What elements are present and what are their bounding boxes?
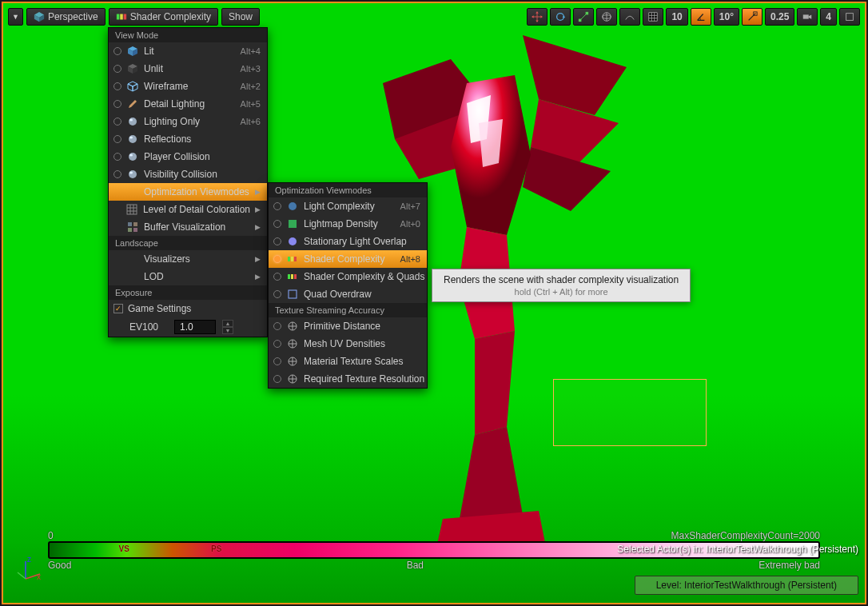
menu-item-visualizers[interactable]: Visualizers▶ <box>109 250 267 268</box>
radio-icon <box>113 118 121 126</box>
viewmode-menu: View Mode LitAlt+4UnlitAlt+3WireframeAlt… <box>108 27 268 337</box>
svg-rect-15 <box>117 14 120 20</box>
camera-speed-button[interactable] <box>797 8 818 26</box>
translate-button[interactable] <box>527 8 547 26</box>
legend-zero: 0 <box>48 530 54 541</box>
menu-item-detail-lighting[interactable]: Detail LightingAlt+5 <box>109 95 267 113</box>
crosshair-icon <box>286 337 299 350</box>
svg-rect-57 <box>289 290 297 298</box>
menu-item-wireframe[interactable]: WireframeAlt+2 <box>109 78 267 95</box>
menu-item-game-settings[interactable]: ✓Game Settings <box>109 300 267 317</box>
gizmo-z: z <box>27 555 31 564</box>
perspective-dropdown[interactable]: Perspective <box>26 8 106 26</box>
menu-item-landscape-lod[interactable]: LOD▶ <box>109 268 267 285</box>
move-icon <box>532 11 543 22</box>
crosshair-icon <box>286 320 299 333</box>
show-dropdown[interactable]: Show <box>221 8 260 26</box>
ev100-spinner[interactable]: ▲▼ <box>222 320 233 334</box>
svg-point-50 <box>289 237 297 245</box>
menu-item-optimization[interactable]: Optimization Viewmodes▶ <box>109 183 267 201</box>
svg-marker-33 <box>128 84 133 91</box>
svg-point-38 <box>129 137 133 139</box>
svg-point-18 <box>557 14 564 21</box>
brush-icon <box>126 98 139 110</box>
radio-icon <box>273 290 281 298</box>
submenu-item-lightmap-density[interactable]: Lightmap DensityAlt+0 <box>269 215 427 233</box>
svg-rect-44 <box>128 222 132 226</box>
submenu-item-stationary-light-overlap[interactable]: Stationary Light Overlap <box>269 233 427 250</box>
menu-item-reflections[interactable]: Reflections <box>109 130 267 148</box>
submenu-item-light-complexity[interactable]: Light ComplexityAlt+7 <box>269 197 427 215</box>
radio-icon <box>273 273 281 281</box>
selection-box <box>553 379 707 446</box>
scale-snap-button[interactable] <box>742 8 762 26</box>
submenu-item-shader-complexity-quads[interactable]: Shader Complexity & Quads <box>269 268 427 285</box>
menu-item-buffer-vis[interactable]: Buffer Visualization▶ <box>109 218 267 236</box>
camera-speed-value[interactable]: 4 <box>820 8 837 26</box>
surface-snap-button[interactable] <box>619 8 640 26</box>
angle-snap-button[interactable] <box>691 8 711 26</box>
svg-marker-34 <box>133 84 137 91</box>
svg-rect-43 <box>127 205 137 214</box>
menu-item-player-collision[interactable]: Player Collision <box>109 148 267 165</box>
submenu-item-shader-complexity[interactable]: Shader ComplexityAlt+8 <box>269 250 427 268</box>
grid-snap-value[interactable]: 10 <box>666 8 687 26</box>
selected-actors-text: Selected Actor(s) in: InteriorTestWalkth… <box>617 544 858 555</box>
viewport-options-dropdown[interactable]: ▼ <box>8 8 23 26</box>
opt-icon <box>286 235 299 248</box>
tooltip-text: Renders the scene with shader complexity… <box>444 274 679 285</box>
radio-icon <box>273 322 281 330</box>
grid-icon <box>647 11 659 22</box>
menu-item-visibility-collision[interactable]: Visibility Collision <box>109 165 267 183</box>
tooltip: Renders the scene with shader complexity… <box>432 269 691 302</box>
scale-snap-value[interactable]: 0.25 <box>765 8 794 26</box>
crosshair-icon <box>286 373 299 385</box>
grid-snap-button[interactable] <box>643 8 663 26</box>
submenu-item-quad-overdraw[interactable]: Quad Overdraw <box>269 285 427 303</box>
sphere-icon <box>126 168 139 181</box>
submenu-item-primitive-distance[interactable]: Primitive Distance <box>269 317 427 335</box>
shader-icon <box>116 11 127 22</box>
ev100-input[interactable]: 1.0 <box>174 320 216 334</box>
svg-marker-32 <box>128 82 137 86</box>
radio-icon <box>273 375 281 383</box>
menu-item-lighting-only[interactable]: Lighting OnlyAlt+6 <box>109 113 267 130</box>
perspective-label: Perspective <box>48 11 98 22</box>
globe-icon <box>601 11 612 22</box>
svg-point-36 <box>129 119 133 122</box>
maximize-button[interactable] <box>839 8 860 26</box>
svg-rect-24 <box>803 14 809 18</box>
svg-rect-54 <box>288 274 290 279</box>
scale-snap-icon <box>747 11 758 22</box>
menu-item-unlit[interactable]: UnlitAlt+3 <box>109 60 267 78</box>
svg-line-64 <box>18 572 26 579</box>
ev100-row: EV100 1.0 ▲▼ <box>109 317 267 337</box>
svg-rect-56 <box>294 274 297 279</box>
scale-button[interactable] <box>573 8 594 26</box>
menu-header-exposure: Exposure <box>109 285 267 300</box>
viewmode-dropdown[interactable]: Shader Complexity <box>109 8 218 26</box>
angle-icon <box>695 11 707 22</box>
svg-point-39 <box>129 153 137 161</box>
svg-point-41 <box>129 170 137 178</box>
svg-point-48 <box>289 202 297 210</box>
radio-icon <box>273 340 281 348</box>
submenu-item-required-texture-resolution[interactable]: Required Texture Resolution <box>269 370 427 388</box>
svg-rect-19 <box>579 19 582 22</box>
submenu-item-material-texture-scales[interactable]: Material Texture Scales <box>269 353 427 370</box>
tooltip-hint: hold (Ctrl + Alt) for more <box>444 287 679 297</box>
show-label: Show <box>229 11 253 22</box>
rotate-icon <box>555 11 566 22</box>
rotate-button[interactable] <box>550 8 571 26</box>
svg-point-40 <box>129 154 133 157</box>
menu-item-lod-coloration[interactable]: Level of Detail Coloration▶ <box>109 201 267 218</box>
opt-icon <box>286 253 299 265</box>
coord-space-button[interactable] <box>596 8 617 26</box>
menu-item-lit[interactable]: LitAlt+4 <box>109 42 267 60</box>
svg-rect-55 <box>291 274 293 279</box>
legend-ps: PS <box>211 544 221 553</box>
viewport[interactable]: ▼ Perspective Shader Complexity Show 10 … <box>2 2 866 604</box>
submenu-item-mesh-uv-densities[interactable]: Mesh UV Densities <box>269 335 427 353</box>
svg-rect-49 <box>289 220 297 228</box>
angle-snap-value[interactable]: 10° <box>714 8 739 26</box>
